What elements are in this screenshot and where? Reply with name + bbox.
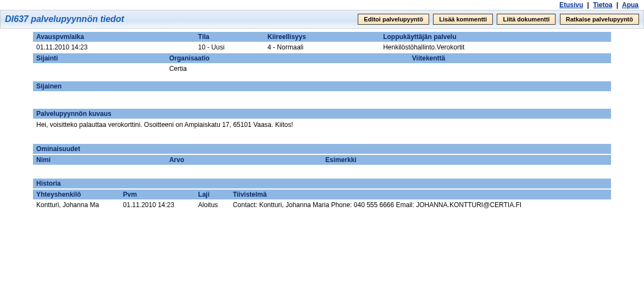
description-label: Palvelupyynnön kuvaus: [33, 109, 611, 119]
history-row: Kontturi, Johanna Ma 01.11.2010 14:23 Al…: [33, 200, 611, 210]
urgency-value: 4 - Normaali: [264, 42, 380, 53]
attributes-label: Ominaisuudet: [33, 144, 611, 154]
history-label: Historia: [33, 179, 611, 188]
status-value: 10 - Uusi: [195, 42, 264, 53]
history-table: Yhteyshenkilö Pvm Laji Tiivistelmä Kontt…: [33, 190, 611, 210]
attributes-table: Nimi Arvo Esimerkki: [33, 155, 611, 165]
nav-separator: |: [617, 1, 618, 9]
edit-request-button[interactable]: Editoi palvelupyyntö: [358, 14, 429, 25]
status-label: Tila: [195, 32, 264, 42]
add-comment-button[interactable]: Lisää kommentti: [433, 14, 493, 25]
substitute-value: [33, 91, 611, 96]
org-value: Certia: [166, 64, 409, 74]
history-col-contact: Yhteyshenkilö: [33, 190, 120, 200]
resolve-request-button[interactable]: Ratkaise palvelupyyntö: [560, 14, 639, 25]
service-value: Henkilöstöhallinto.Verokortit: [380, 42, 611, 53]
history-type: Aloitus: [195, 200, 230, 210]
urgency-label: Kiireellisyys: [264, 32, 380, 42]
details-row-2: Sijainti Organisaatio Viitekenttä Certia: [33, 53, 611, 74]
nav-separator: |: [587, 1, 589, 9]
history-col-date: Pvm: [120, 190, 195, 200]
opened-label: Avauspvm/aika: [33, 32, 195, 42]
org-label: Organisaatio: [166, 53, 409, 64]
attributes-col-example: Esimerkki: [322, 155, 611, 165]
location-value: [33, 64, 166, 74]
nav-home-link[interactable]: Etusivu: [559, 1, 583, 9]
top-nav: Etusivu | Tietoa | Apua: [0, 0, 644, 10]
page-header: DI637 palvelupyynnön tiedot Editoi palve…: [0, 10, 644, 29]
description-value: Hei, voisitteko palauttaa verokorttini. …: [33, 119, 611, 131]
page-title: DI637 palvelupyynnön tiedot: [5, 14, 124, 24]
attach-document-button[interactable]: Liitä dokumentti: [497, 14, 556, 25]
substitute-label: Sijainen: [33, 81, 611, 91]
history-summary: Contact: Kontturi, Johanna Maria Phone: …: [230, 200, 611, 210]
reffield-value: [409, 64, 611, 74]
opened-value: 01.11.2010 14:23: [33, 42, 195, 53]
header-buttons: Editoi palvelupyyntö Lisää kommentti Lii…: [356, 14, 639, 25]
attributes-col-name: Nimi: [33, 155, 166, 165]
service-label: Loppukäyttäjän palvelu: [380, 32, 611, 42]
nav-about-link[interactable]: Tietoa: [593, 1, 612, 9]
location-label: Sijainti: [33, 53, 166, 64]
attributes-col-value: Arvo: [166, 155, 322, 165]
reffield-label: Viitekenttä: [409, 53, 611, 64]
nav-help-link[interactable]: Apua: [622, 1, 639, 9]
history-contact: Kontturi, Johanna Ma: [33, 200, 120, 210]
history-date: 01.11.2010 14:23: [120, 200, 195, 210]
history-col-summary: Tiivistelmä: [230, 190, 611, 200]
history-col-type: Laji: [195, 190, 230, 200]
content-area: Avauspvm/aika Tila Kiireellisyys Loppukä…: [0, 29, 644, 221]
details-row-1: Avauspvm/aika Tila Kiireellisyys Loppukä…: [33, 32, 611, 52]
